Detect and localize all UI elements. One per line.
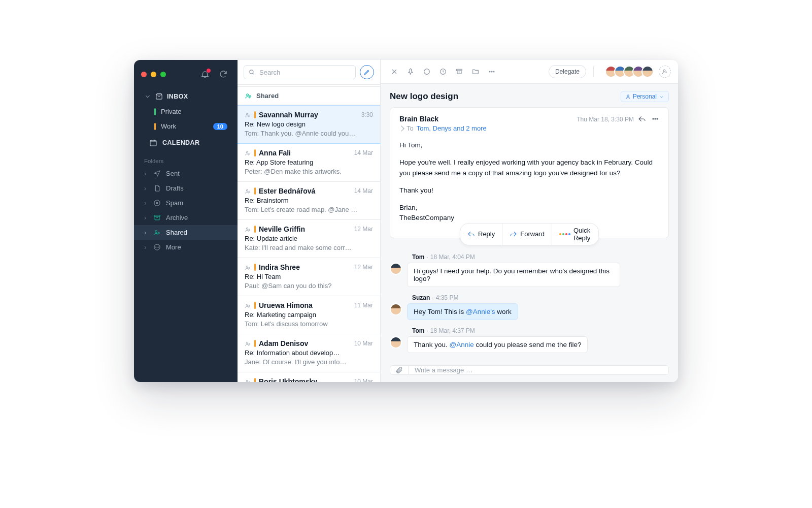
message-item[interactable]: Indira Shree 12 Mar Re: Hi Team Paul: @S… <box>238 258 380 296</box>
participant-avatars <box>605 66 654 78</box>
attach-button[interactable] <box>390 366 409 375</box>
shared-icon <box>245 340 251 347</box>
reader-toolbar: Delegate <box>381 60 678 84</box>
message-time: 3:30 <box>361 111 373 118</box>
message-preview: Peter: @Den make this artworks. <box>245 168 373 175</box>
delegate-button[interactable]: Delegate <box>549 65 586 78</box>
svg-rect-2 <box>154 215 160 217</box>
comment-author: Tom <box>412 327 424 334</box>
tag-dot-icon <box>154 108 156 115</box>
move-folder-icon[interactable] <box>469 65 482 78</box>
inbox-work[interactable]: Work 10 <box>140 119 231 134</box>
avatar[interactable] <box>641 66 654 78</box>
forward-button[interactable]: Forward <box>502 224 552 245</box>
minimize-window[interactable] <box>151 72 156 77</box>
folder-shared[interactable]: › Shared <box>134 225 238 240</box>
tag-bar-icon <box>254 149 256 156</box>
email-body: Hi Tom, Hope you're well. I really enjoy… <box>390 134 668 238</box>
personal-tag-dropdown[interactable]: Personal <box>621 91 669 102</box>
email-recipients-toggle[interactable]: To Tom, Denys and 2 more <box>399 124 577 132</box>
comment-time: 4:35 PM <box>436 294 459 301</box>
message-item[interactable]: Ester Bednářová 14 Mar Re: Brainstorm To… <box>238 182 380 220</box>
svg-point-22 <box>246 304 248 305</box>
folder-more[interactable]: › More <box>134 240 238 255</box>
message-sender: Indira Shree <box>259 263 300 271</box>
notifications-icon[interactable] <box>198 67 212 81</box>
inbox-header[interactable]: INBOX <box>140 88 231 104</box>
maximize-window[interactable] <box>160 72 166 77</box>
svg-point-8 <box>158 247 158 247</box>
svg-point-17 <box>249 191 250 193</box>
message-item[interactable]: Boris Ukhtomsky 10 Mar Re: Testing new f… <box>238 372 380 382</box>
message-time: 12 Mar <box>354 226 373 233</box>
message-subject: Re: Brainstorm <box>245 197 373 204</box>
archive-icon[interactable] <box>453 65 466 78</box>
calendar-label: CALENDAR <box>162 139 199 146</box>
avatar <box>390 336 402 348</box>
more-icon[interactable] <box>651 115 659 123</box>
calendar-nav[interactable]: CALENDAR <box>140 134 231 152</box>
message-subject: Re: Marketing campaign <box>245 311 373 319</box>
compose-button[interactable] <box>360 65 374 79</box>
reply-icon[interactable] <box>638 115 646 123</box>
comment-bubble: Thank you. @Annie could you please send … <box>407 336 588 353</box>
close-icon[interactable] <box>388 65 401 78</box>
circle-icon[interactable] <box>420 65 433 78</box>
more-icon[interactable] <box>485 65 498 78</box>
comment-thread: Tom · 18 Mar, 4:04 PMHi guys! I need you… <box>381 243 678 365</box>
comment-input[interactable] <box>409 366 668 374</box>
svg-point-24 <box>246 342 248 343</box>
window-controls <box>134 60 238 84</box>
svg-point-16 <box>246 189 248 191</box>
search-input[interactable] <box>258 68 351 77</box>
comment-author: Tom <box>412 253 424 261</box>
search-field[interactable] <box>244 65 356 79</box>
comment-composer <box>390 365 669 375</box>
folder-spam[interactable]: › Spam <box>134 196 238 210</box>
message-preview: Tom: Let's create road map. @Jane … <box>245 206 373 213</box>
tag-bar-icon <box>254 226 256 233</box>
svg-point-9 <box>250 70 253 74</box>
comment-bubble: Hey Tom! This is @Annie's work <box>407 303 518 320</box>
folders-heading: Folders <box>134 153 238 166</box>
svg-point-19 <box>249 229 250 231</box>
tag-dot-icon <box>154 123 156 130</box>
comment-time: 18 Mar, 4:37 PM <box>430 327 475 334</box>
folder-sent[interactable]: › Sent <box>134 166 238 181</box>
svg-point-33 <box>493 71 494 72</box>
tag-bar-icon <box>254 378 256 382</box>
quick-reply-icon <box>559 233 570 235</box>
mention[interactable]: @Annie <box>450 341 474 348</box>
message-item[interactable]: Savannah Murray 3:30 Re: New logo design… <box>238 105 380 144</box>
message-subject: Re: Information about develop… <box>245 349 373 357</box>
message-item[interactable]: Adam Denisov 10 Mar Re: Information abou… <box>238 334 380 372</box>
inbox-private[interactable]: Private <box>140 104 231 119</box>
snooze-icon[interactable] <box>436 65 450 78</box>
reply-button[interactable]: Reply <box>460 224 502 245</box>
sync-icon[interactable] <box>216 67 230 81</box>
message-item[interactable]: Anna Fali 14 Mar Re: App Store featuring… <box>238 144 380 182</box>
message-sender: Ester Bednářová <box>259 187 315 195</box>
svg-point-4 <box>158 232 159 234</box>
message-item[interactable]: Uruewa Himona 11 Mar Re: Marketing campa… <box>238 296 380 334</box>
message-subject: Re: Hi Team <box>245 273 373 280</box>
add-participant-button[interactable] <box>659 66 671 78</box>
quick-reply-button[interactable]: Quick Reply <box>552 224 598 245</box>
shared-icon <box>245 92 252 100</box>
shared-icon <box>245 112 251 118</box>
svg-point-12 <box>246 113 248 115</box>
message-list-pane: Shared Savannah Murray 3:30 Re: New logo… <box>238 60 381 382</box>
pin-icon[interactable] <box>404 65 417 78</box>
message-subject: Re: Update article <box>245 235 373 242</box>
folder-drafts[interactable]: › Drafts <box>134 181 238 196</box>
svg-point-31 <box>489 71 490 72</box>
message-item[interactable]: Neville Griffin 12 Mar Re: Update articl… <box>238 220 380 258</box>
notification-badge <box>207 69 211 73</box>
message-list[interactable]: Savannah Murray 3:30 Re: New logo design… <box>238 105 380 382</box>
message-preview: Jane: Of course. I'll give you info… <box>245 358 373 366</box>
message-time: 12 Mar <box>354 264 373 271</box>
folder-archive[interactable]: › Archive <box>134 210 238 225</box>
close-window[interactable] <box>141 72 147 77</box>
list-header: Shared <box>238 87 380 105</box>
mention[interactable]: @Annie's <box>466 308 495 315</box>
